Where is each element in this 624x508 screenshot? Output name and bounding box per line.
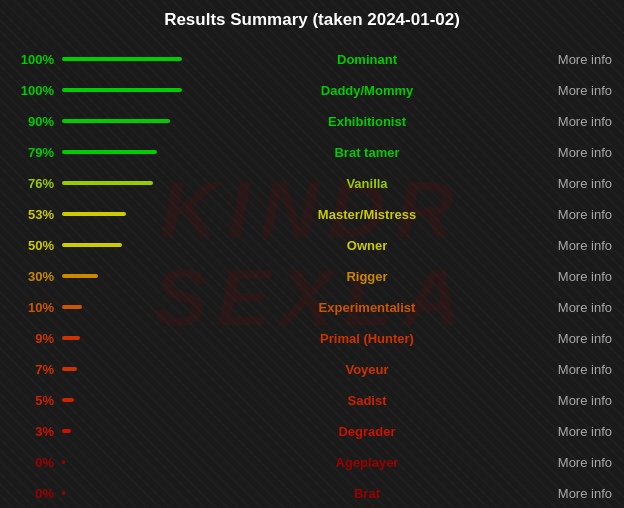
table-row: 0%AgeplayerMore info (12, 447, 612, 477)
result-label: Daddy/Mommy (202, 83, 532, 98)
result-label: Ageplayer (202, 455, 532, 470)
percentage-value: 5% (12, 393, 54, 408)
result-label: Primal (Hunter) (202, 331, 532, 346)
table-row: 100%DominantMore info (12, 44, 612, 74)
result-label: Owner (202, 238, 532, 253)
table-row: 0%BratMore info (12, 478, 612, 508)
result-label: Rigger (202, 269, 532, 284)
result-label: Brat (202, 486, 532, 501)
table-row: 76%VanillaMore info (12, 168, 612, 198)
bar-container (62, 181, 192, 185)
result-label: Exhibitionist (202, 114, 532, 129)
bar-container (62, 212, 192, 216)
table-row: 30%RiggerMore info (12, 261, 612, 291)
bar-container (62, 274, 192, 278)
result-label: Dominant (202, 52, 532, 67)
bar-container (62, 429, 192, 433)
table-row: 90%ExhibitionistMore info (12, 106, 612, 136)
progress-bar (62, 212, 126, 216)
progress-bar (62, 181, 153, 185)
bar-container (62, 57, 192, 61)
result-label: Master/Mistress (202, 207, 532, 222)
progress-bar (62, 336, 80, 340)
bar-container (62, 398, 192, 402)
percentage-value: 53% (12, 207, 54, 222)
bar-container (62, 491, 192, 495)
bar-container (62, 243, 192, 247)
table-row: 3%DegraderMore info (12, 416, 612, 446)
table-row: 7%VoyeurMore info (12, 354, 612, 384)
percentage-value: 76% (12, 176, 54, 191)
table-row: 10%ExperimentalistMore info (12, 292, 612, 322)
result-label: Degrader (202, 424, 532, 439)
more-info-button[interactable]: More info (532, 362, 612, 377)
progress-bar (62, 460, 65, 464)
result-label: Sadist (202, 393, 532, 408)
percentage-value: 100% (12, 83, 54, 98)
percentage-value: 100% (12, 52, 54, 67)
progress-bar (62, 243, 122, 247)
more-info-button[interactable]: More info (532, 455, 612, 470)
main-content: Results Summary (taken 2024-01-02) 100%D… (0, 0, 624, 508)
progress-bar (62, 274, 98, 278)
percentage-value: 0% (12, 486, 54, 501)
more-info-button[interactable]: More info (532, 300, 612, 315)
table-row: 53%Master/MistressMore info (12, 199, 612, 229)
progress-bar (62, 305, 82, 309)
progress-bar (62, 88, 182, 92)
percentage-value: 3% (12, 424, 54, 439)
bar-container (62, 460, 192, 464)
result-label: Brat tamer (202, 145, 532, 160)
result-label: Voyeur (202, 362, 532, 377)
progress-bar (62, 150, 157, 154)
progress-bar (62, 119, 170, 123)
table-row: 9%Primal (Hunter)More info (12, 323, 612, 353)
table-row: 79%Brat tamerMore info (12, 137, 612, 167)
more-info-button[interactable]: More info (532, 207, 612, 222)
percentage-value: 50% (12, 238, 54, 253)
progress-bar (62, 429, 71, 433)
page-title: Results Summary (taken 2024-01-02) (12, 10, 612, 30)
more-info-button[interactable]: More info (532, 331, 612, 346)
progress-bar (62, 57, 182, 61)
bar-container (62, 336, 192, 340)
more-info-button[interactable]: More info (532, 145, 612, 160)
bar-container (62, 305, 192, 309)
table-row: 100%Daddy/MommyMore info (12, 75, 612, 105)
progress-bar (62, 398, 74, 402)
progress-bar (62, 367, 77, 371)
more-info-button[interactable]: More info (532, 393, 612, 408)
table-row: 50%OwnerMore info (12, 230, 612, 260)
more-info-button[interactable]: More info (532, 424, 612, 439)
more-info-button[interactable]: More info (532, 176, 612, 191)
more-info-button[interactable]: More info (532, 269, 612, 284)
percentage-value: 30% (12, 269, 54, 284)
percentage-value: 90% (12, 114, 54, 129)
percentage-value: 79% (12, 145, 54, 160)
more-info-button[interactable]: More info (532, 83, 612, 98)
more-info-button[interactable]: More info (532, 238, 612, 253)
results-list: 100%DominantMore info100%Daddy/MommyMore… (12, 44, 612, 508)
bar-container (62, 150, 192, 154)
more-info-button[interactable]: More info (532, 114, 612, 129)
percentage-value: 7% (12, 362, 54, 377)
table-row: 5%SadistMore info (12, 385, 612, 415)
more-info-button[interactable]: More info (532, 486, 612, 501)
percentage-value: 10% (12, 300, 54, 315)
percentage-value: 9% (12, 331, 54, 346)
bar-container (62, 88, 192, 92)
bar-container (62, 367, 192, 371)
result-label: Vanilla (202, 176, 532, 191)
percentage-value: 0% (12, 455, 54, 470)
more-info-button[interactable]: More info (532, 52, 612, 67)
bar-container (62, 119, 192, 123)
progress-bar (62, 491, 65, 495)
result-label: Experimentalist (202, 300, 532, 315)
